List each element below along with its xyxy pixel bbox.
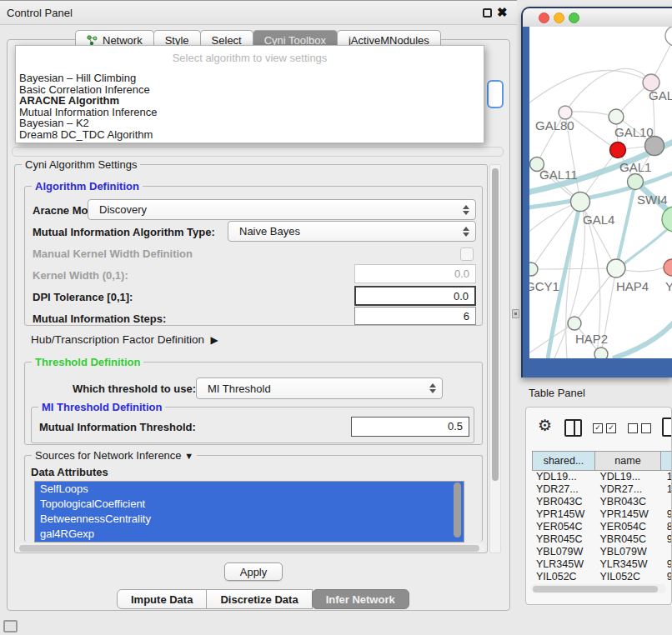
table-cell: YDL19... [596,471,663,483]
minimized-panel-icon[interactable] [3,620,18,632]
apply-button[interactable]: Apply [224,562,283,581]
hub-definition-expander[interactable]: Hub/Transcription Factor Definition ▶ [31,333,218,346]
column-header[interactable]: name [594,451,661,471]
node-label: GAL4 [583,212,614,227]
settings-horizontal-scrollbar[interactable] [17,543,485,552]
kernel-width-field[interactable]: 0.0 [354,264,476,283]
table-row[interactable]: YBL079WYBL079W [533,546,672,558]
algorithm-definition-group: Algorithm Definition Aracne Mode: Discov… [24,186,483,326]
table-row[interactable]: YDL19...YDL19...13 [533,471,672,483]
data-attribute-item-selected[interactable]: TopologicalCoefficient [35,497,464,512]
threshold-definition-group: Threshold Definition Which threshold to … [24,362,483,445]
column-header[interactable]: A [660,451,672,471]
network-node-gal10[interactable] [609,109,624,124]
network-canvas[interactable]: GALGAL80GAL10GAL1GAL11SWI4GAL4GCY1HAP4YH… [529,27,672,358]
aracne-mode-select[interactable]: Discovery [88,199,476,220]
network-node[interactable] [665,27,672,46]
data-attributes-label: Data Attributes [31,466,108,478]
column-header[interactable]: shared... [532,451,595,471]
algorithm-option[interactable]: Dream8 DC_TDC Algorithm [16,129,484,141]
mi-threshold-group: MI Threshold Definition Mutual Informati… [31,407,474,443]
mi-type-select[interactable]: Naive Bayes [228,221,476,242]
table-horizontal-scrollbar[interactable] [531,584,666,593]
table-cell: YLR345W [533,558,596,571]
table-cell: YBL079W [596,546,663,558]
table-rows: YDL19...YDL19...13YDR27...YDR27...12YBR0… [533,471,672,581]
manual-kernel-checkbox[interactable] [460,248,474,261]
kernel-width-label: Kernel Width (0,1): [33,269,128,282]
algorithm-option[interactable]: Bayesian – Hill Climbing [16,72,484,84]
algorithm-option[interactable]: Basic Correlation Inference [16,84,484,96]
network-node[interactable] [594,348,608,358]
table-hscroll-thumb[interactable] [533,586,658,592]
minimize-window-icon[interactable] [554,12,564,23]
settings-hscroll-thumb[interactable] [19,545,479,552]
node-label: SWI4 [637,192,668,207]
table-row[interactable]: YBR043CYBR043C [533,496,672,508]
table-cell: 8. [664,521,672,533]
table-row[interactable]: YDR27...YDR27...12 [533,483,672,496]
table-row[interactable]: YPR145WYPR145W9. [533,508,672,521]
unchecked-checkbox-icon[interactable] [628,423,638,433]
algorithm-option[interactable]: ARACNE Algorithm [16,95,484,107]
attribute-list-scrollbar[interactable] [454,482,461,538]
combo-arrows-icon [463,227,469,237]
bottom-tab-discretize-data[interactable]: Discretize Data [206,589,312,609]
close-window-icon[interactable] [539,12,549,23]
network-node-swi4[interactable] [628,174,644,190]
split-columns-icon[interactable] [564,419,582,437]
network-node-hap4[interactable] [607,259,625,278]
network-graph: GALGAL80GAL10GAL1GAL11SWI4GAL4GCY1HAP4YH… [529,27,672,358]
bottom-tab-impute-data[interactable]: Impute Data [117,589,207,609]
float-panel-icon[interactable] [483,8,492,18]
network-node-gcy1[interactable] [529,262,538,276]
data-attribute-item-selected[interactable]: BetweennessCentrality [35,512,464,527]
control-panel-title: Control Panel [7,7,73,19]
checked-checkbox-icon[interactable]: ✓ [606,423,616,433]
node-label: GAL10 [614,125,654,139]
table-cell: YER054C [596,521,663,533]
obscured-focused-button[interactable] [487,80,504,108]
data-attribute-item-selected[interactable]: SelfLoops [35,482,464,497]
checked-checkbox-icon[interactable]: ✓ [593,423,603,433]
gear-icon[interactable]: ⚙ [538,416,552,435]
splitter-grip[interactable] [512,309,519,318]
manual-kernel-label: Manual Kernel Width Definition [33,248,193,260]
mi-threshold-title: MI Threshold Definition [38,401,165,413]
table-cell: 13 [664,471,672,483]
dpi-tolerance-field[interactable]: 0.0 [354,286,476,306]
network-node[interactable] [645,137,664,156]
node-label: GCY1 [529,279,559,293]
network-node[interactable] [662,207,672,232]
data-attributes-list[interactable]: SelfLoopsTopologicalCoefficientBetweenne… [34,481,464,542]
network-node-gal80[interactable] [559,106,572,119]
algorithm-option[interactable]: Bayesian – K2 [16,118,484,129]
data-attribute-item-selected[interactable]: gal4RGexp [35,527,464,542]
bottom-tab-infer-network[interactable]: Infer Network [312,589,409,609]
sources-expander[interactable]: Sources for Network Inference ▼ [32,449,197,462]
table-row[interactable]: YBR045CYBR045C9. [533,533,672,546]
which-threshold-select[interactable]: MI Threshold [196,378,443,399]
bottom-tabs: Impute DataDiscretize DataInfer Network [118,589,409,609]
settings-vertical-scrollbar[interactable] [489,164,501,553]
table-row[interactable]: YER054CYER054C8. [533,521,672,533]
unchecked-checkbox-icon[interactable] [641,423,651,433]
mi-threshold-field[interactable]: 0.5 [351,417,469,437]
table-row[interactable]: YLR345WYLR345W9. [533,558,672,571]
table-row[interactable]: YIL052CYIL052C9. [533,571,672,581]
network-node-gal1[interactable] [610,142,626,158]
algorithm-option[interactable]: Mutual Information Inference [16,107,484,118]
network-node-y[interactable] [664,259,672,276]
close-icon[interactable]: ✖ [497,5,508,20]
table-cell: YLR345W [596,558,663,571]
network-node-gal4[interactable] [571,192,590,212]
settings-vscroll-thumb[interactable] [492,168,499,481]
table-cell: YDR27... [596,483,663,496]
table-cell: YBR043C [533,496,596,508]
node-label: HAP4 [616,279,649,293]
zoom-window-icon[interactable] [569,12,579,23]
document-icon[interactable] [662,418,672,437]
mi-steps-field[interactable]: 6 [354,307,476,325]
network-node-hap2[interactable] [568,317,581,330]
node-table: shared...nameA YDL19...YDL19...13YDR27..… [533,451,672,581]
